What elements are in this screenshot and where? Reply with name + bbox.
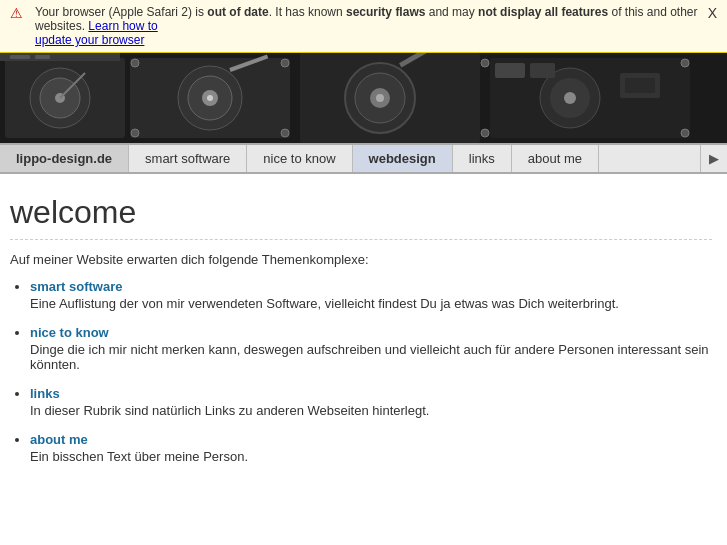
svg-point-13 (207, 95, 213, 101)
svg-rect-26 (530, 63, 555, 78)
nav-item-home[interactable]: lippo-design.de (0, 145, 129, 172)
svg-rect-7 (10, 55, 30, 59)
nav-item-about-me[interactable]: about me (512, 145, 599, 172)
nav-item-nice-to-know[interactable]: nice to know (247, 145, 352, 172)
smart-software-desc: Eine Auflistung der von mir verwendeten … (30, 296, 712, 311)
intro-text: Auf meiner Website erwarten dich folgend… (10, 252, 712, 267)
nav-item-links[interactable]: links (453, 145, 512, 172)
warning-icon: ⚠ (10, 5, 23, 21)
svg-point-35 (681, 59, 689, 67)
nav-item-smart-software[interactable]: smart software (129, 145, 247, 172)
smart-software-link[interactable]: smart software (30, 279, 122, 294)
header-image (0, 53, 727, 143)
main-content: welcome Auf meiner Website erwarten dich… (0, 174, 727, 545)
svg-rect-8 (35, 55, 50, 59)
nav-item-webdesign[interactable]: webdesign (353, 145, 453, 172)
close-warning-button[interactable]: X (708, 5, 717, 21)
nice-to-know-desc: Dinge die ich mir nicht merken kann, des… (30, 342, 712, 372)
svg-point-32 (281, 129, 289, 137)
update-browser-link[interactable]: Learn how toupdate your browser (35, 19, 158, 47)
list-item: nice to know Dinge die ich mir nicht mer… (30, 325, 712, 372)
links-link[interactable]: links (30, 386, 60, 401)
nav-bar: lippo-design.de smart software nice to k… (0, 143, 727, 174)
about-me-desc: Ein bisschen Text über meine Person. (30, 449, 712, 464)
svg-point-36 (681, 129, 689, 137)
links-desc: In dieser Rubrik sind natürlich Links zu… (30, 403, 712, 418)
warning-text: Your browser (Apple Safari 2) is out of … (35, 5, 698, 47)
about-me-link[interactable]: about me (30, 432, 88, 447)
svg-rect-28 (625, 78, 655, 93)
nav-scroll-button[interactable]: ▶ (700, 145, 727, 172)
svg-point-31 (281, 59, 289, 67)
list-item: smart software Eine Auflistung der von m… (30, 279, 712, 311)
svg-point-30 (131, 129, 139, 137)
svg-point-34 (481, 129, 489, 137)
svg-rect-25 (495, 63, 525, 78)
svg-point-29 (131, 59, 139, 67)
svg-point-33 (481, 59, 489, 67)
content-list: smart software Eine Auflistung der von m… (30, 279, 712, 464)
nice-to-know-link[interactable]: nice to know (30, 325, 109, 340)
svg-point-19 (376, 94, 384, 102)
list-item: about me Ein bisschen Text über meine Pe… (30, 432, 712, 464)
svg-point-24 (564, 92, 576, 104)
warning-bar: ⚠ Your browser (Apple Safari 2) is out o… (0, 0, 727, 53)
page-heading: welcome (10, 194, 712, 240)
header (0, 53, 727, 143)
list-item: links In dieser Rubrik sind natürlich Li… (30, 386, 712, 418)
